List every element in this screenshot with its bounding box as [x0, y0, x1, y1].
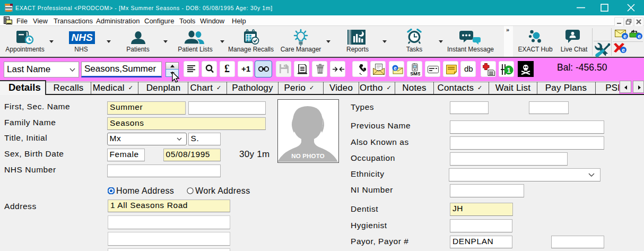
svg-text:e: e — [638, 33, 641, 39]
svg-text:e: e — [622, 47, 625, 53]
svg-text:e: e — [623, 33, 626, 39]
svg-text:e: e — [394, 65, 397, 71]
svg-text:SMS: SMS — [411, 71, 420, 76]
svg-text:1: 1 — [507, 66, 510, 74]
